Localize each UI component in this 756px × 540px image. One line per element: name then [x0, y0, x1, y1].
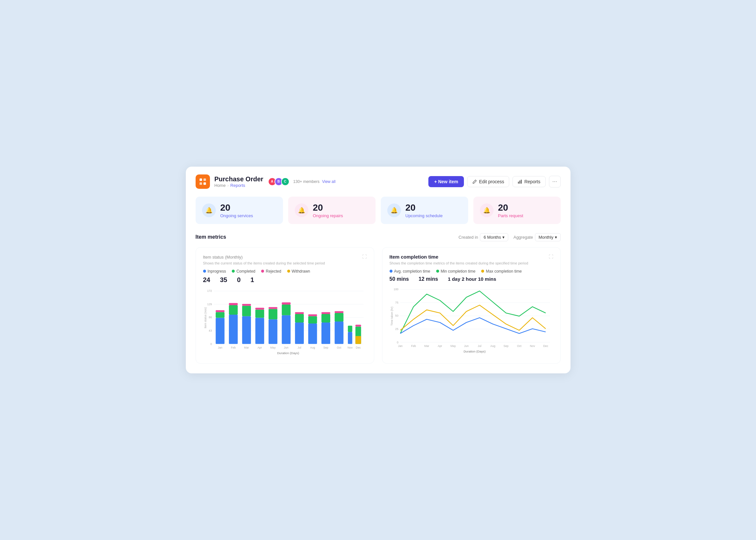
- svg-text:Jun: Jun: [284, 346, 288, 349]
- legend-dot-avg: [390, 270, 393, 273]
- svg-text:75: 75: [395, 301, 398, 304]
- svg-rect-40: [308, 316, 317, 324]
- legend-min: Min completion time: [436, 269, 476, 274]
- legend-dot-max: [481, 270, 484, 273]
- app-container: Purchase Order Home › Reports A B C 130+…: [186, 167, 570, 373]
- svg-rect-36: [295, 323, 304, 344]
- val-completed: 35: [220, 276, 227, 284]
- app-icon: [195, 175, 210, 189]
- edit-process-button[interactable]: Edit process: [467, 176, 509, 187]
- created-in-label: Created in: [459, 235, 478, 240]
- svg-text:Jul: Jul: [297, 346, 301, 349]
- svg-text:Nov: Nov: [530, 344, 535, 347]
- svg-rect-49: [348, 326, 352, 332]
- svg-text:100: 100: [394, 288, 398, 291]
- new-item-button[interactable]: + New item: [429, 176, 464, 187]
- svg-rect-52: [355, 325, 361, 327]
- breadcrumb-sep: ›: [227, 183, 228, 188]
- dropdown-arrow-2: ▾: [555, 235, 557, 240]
- stat-card-ongoing-services[interactable]: 🔔 20 Ongoing services: [195, 197, 283, 224]
- legend-rejected: Rejected: [261, 269, 281, 274]
- stat-info-3: 20 Upcoming schedule: [406, 202, 443, 218]
- svg-rect-23: [229, 303, 238, 305]
- svg-text:86: 86: [209, 316, 212, 319]
- svg-rect-30: [268, 319, 277, 344]
- breadcrumb-home[interactable]: Home: [214, 183, 226, 188]
- reports-button[interactable]: Reports: [512, 176, 546, 187]
- reports-icon: [518, 179, 522, 184]
- expand-icon-line[interactable]: ⛶: [549, 254, 553, 259]
- svg-text:Item status (nos): Item status (nos): [203, 307, 207, 329]
- svg-text:Feb: Feb: [411, 344, 416, 347]
- created-in-control: Created in 6 Months ▾: [459, 233, 508, 241]
- svg-rect-33: [282, 315, 291, 344]
- val-inprogress: 24: [203, 276, 210, 284]
- svg-rect-2: [199, 182, 202, 185]
- view-all-link[interactable]: View all: [322, 179, 335, 184]
- svg-rect-42: [321, 323, 330, 344]
- completion-time-chart-header: Item completion time ⛶: [390, 254, 553, 260]
- svg-rect-21: [229, 315, 238, 344]
- header: Purchase Order Home › Reports A B C 130+…: [195, 175, 561, 189]
- bell-icon-pink-2: 🔔: [480, 203, 494, 217]
- line-chart-area: 100 75 50 25 0 Time taken (hr): [390, 285, 553, 355]
- svg-text:Mar: Mar: [424, 344, 429, 347]
- svg-rect-25: [242, 306, 251, 316]
- svg-rect-6: [521, 180, 522, 184]
- breadcrumb: Home › Reports: [214, 183, 263, 188]
- svg-rect-24: [242, 316, 251, 344]
- val-rejected: 0: [237, 276, 241, 284]
- svg-rect-41: [308, 314, 317, 316]
- completion-time-legend: Avg. completion time Min completion time…: [390, 269, 553, 274]
- aggregate-select[interactable]: Monthly ▾: [535, 233, 561, 241]
- svg-text:129: 129: [207, 303, 212, 306]
- bell-icon-blue: 🔔: [202, 203, 216, 217]
- svg-rect-51: [355, 336, 361, 344]
- stat-card-parts-request[interactable]: 🔔 20 Parts request: [473, 197, 561, 224]
- svg-text:0: 0: [397, 340, 398, 344]
- stat-card-upcoming-schedule[interactable]: 🔔 20 Upcoming schedule: [381, 197, 468, 224]
- stats-row: 🔔 20 Ongoing services 🔔 20 Ongoing repai…: [195, 197, 561, 224]
- svg-rect-47: [334, 311, 343, 313]
- svg-text:Oct: Oct: [337, 346, 341, 349]
- charts-grid: Item status (Monthly) ⛶ Shows the curren…: [195, 247, 561, 363]
- breadcrumb-current: Reports: [230, 183, 245, 188]
- legend-dot-pink: [261, 270, 264, 273]
- svg-text:May: May: [270, 346, 276, 349]
- stat-card-ongoing-repairs[interactable]: 🔔 20 Ongoing repairs: [288, 197, 376, 224]
- svg-rect-46: [334, 313, 343, 322]
- dropdown-arrow-1: ▾: [502, 235, 505, 240]
- created-in-select[interactable]: 6 Months ▾: [480, 233, 508, 241]
- bell-icon-blue-2: 🔔: [387, 203, 401, 217]
- bell-icon-pink-1: 🔔: [295, 203, 309, 217]
- more-options-button[interactable]: ···: [549, 176, 561, 188]
- svg-rect-32: [268, 307, 277, 309]
- svg-rect-26: [242, 304, 251, 306]
- stat-number-1: 20: [220, 202, 253, 213]
- svg-text:Dec: Dec: [356, 346, 361, 349]
- svg-rect-34: [282, 305, 291, 315]
- item-status-desc: Shows the current status of the items cr…: [203, 261, 367, 265]
- svg-text:Jun: Jun: [464, 344, 468, 347]
- completion-time-title-area: Item completion time: [390, 254, 439, 260]
- svg-rect-39: [308, 324, 317, 344]
- legend-dot-green: [232, 270, 235, 273]
- stat-number-2: 20: [313, 202, 343, 213]
- svg-text:50: 50: [395, 314, 398, 317]
- svg-rect-19: [215, 312, 224, 318]
- stat-info-4: 20 Parts request: [498, 202, 523, 218]
- svg-text:0: 0: [210, 342, 212, 345]
- expand-icon-bar[interactable]: ⛶: [362, 254, 367, 259]
- item-status-legend: Inprogress Completed Rejected Withdrawn: [203, 269, 367, 274]
- item-status-values: 24 35 0 1: [203, 276, 367, 284]
- val-avg: 50 mins: [390, 276, 409, 282]
- val-min: 12 mins: [419, 276, 438, 282]
- svg-text:Sep: Sep: [503, 344, 509, 347]
- stat-label-4: Parts request: [498, 213, 523, 218]
- avatars: A B C: [268, 177, 288, 186]
- svg-rect-43: [321, 314, 330, 323]
- stat-label-3: Upcoming schedule: [406, 213, 443, 218]
- app-title: Purchase Order: [214, 176, 263, 183]
- legend-max: Max completion time: [481, 269, 522, 274]
- item-status-chart-card: Item status (Monthly) ⛶ Shows the curren…: [195, 247, 374, 363]
